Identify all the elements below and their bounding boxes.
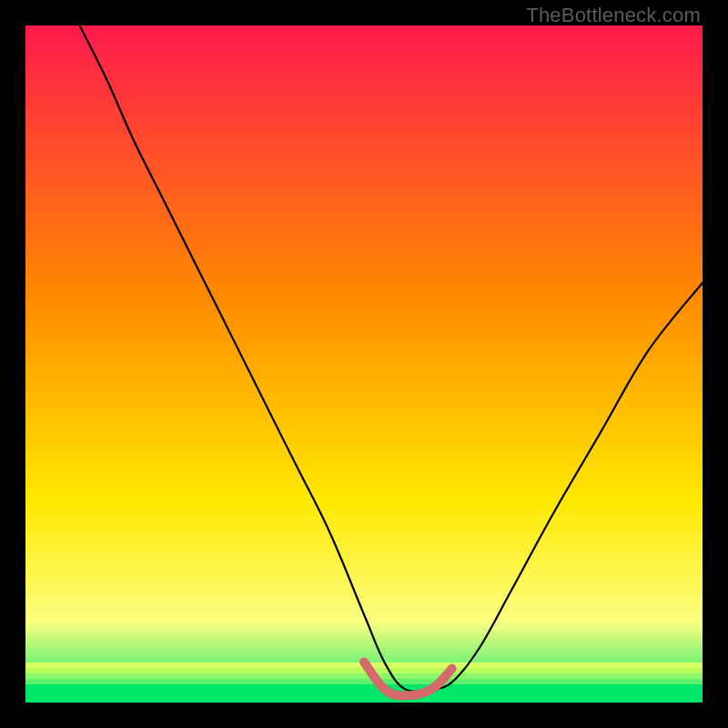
curve-layer: [25, 25, 703, 703]
plot-area: [25, 25, 703, 703]
chart-frame: TheBottleneck.com: [0, 0, 728, 728]
bottleneck-curve: [80, 25, 703, 692]
watermark-text: TheBottleneck.com: [526, 4, 701, 27]
